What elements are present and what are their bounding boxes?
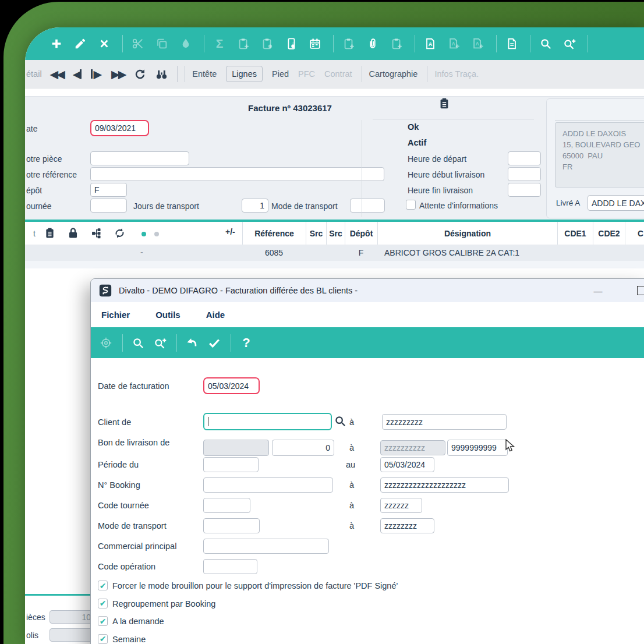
booking-a-field[interactable]: zzzzzzzzzzzzzzzzzzzz bbox=[380, 477, 509, 493]
depot-field[interactable]: F bbox=[90, 183, 127, 197]
edit-icon[interactable] bbox=[73, 37, 87, 51]
paperclip-icon[interactable] bbox=[366, 37, 380, 51]
target-icon[interactable] bbox=[99, 336, 113, 350]
code-operation-field[interactable] bbox=[203, 559, 257, 574]
sync-icon[interactable] bbox=[114, 227, 126, 239]
column-header-cde3[interactable]: C bbox=[625, 222, 644, 245]
reference-field[interactable] bbox=[90, 167, 384, 181]
column-header-cde1[interactable]: CDE1 bbox=[557, 222, 593, 245]
doc-a-add-icon[interactable]: A bbox=[471, 37, 485, 51]
dialog-titlebar[interactable]: Divalto - DEMO DIFAGRO - Facturation dif… bbox=[91, 279, 644, 302]
hierarchy-icon[interactable] bbox=[90, 227, 102, 239]
tab-infos-tra-a-[interactable]: Infos Traça. bbox=[434, 69, 479, 79]
search-icon[interactable] bbox=[539, 37, 553, 51]
mode-transport-from-field[interactable] bbox=[203, 518, 260, 533]
search-plus-icon[interactable] bbox=[562, 37, 576, 51]
tab-pied[interactable]: Pied bbox=[272, 69, 289, 79]
date-facturation-field[interactable]: 05/03/2024 bbox=[203, 377, 260, 394]
checkbox-2[interactable]: ✔ bbox=[98, 616, 108, 626]
column-header-src1[interactable]: Src bbox=[306, 222, 326, 245]
clipboard-add-icon[interactable] bbox=[342, 37, 356, 51]
booking-from-field[interactable] bbox=[203, 477, 333, 493]
refresh-icon[interactable] bbox=[134, 68, 146, 80]
code-operation-label: Code opération bbox=[98, 562, 155, 571]
table-row[interactable] bbox=[25, 261, 644, 268]
clipboard-gear-icon[interactable] bbox=[260, 37, 274, 51]
bl-to-code-field: zzzzzzzzzz bbox=[380, 440, 445, 455]
column-header-src2[interactable]: Src bbox=[326, 222, 345, 245]
periode-du-field[interactable] bbox=[203, 457, 259, 472]
menu-outils[interactable]: Outils bbox=[155, 310, 181, 320]
checkbox-0[interactable]: ✔ bbox=[98, 581, 108, 590]
doc-a-add-icon[interactable]: A bbox=[447, 37, 461, 51]
paint-drop-icon[interactable] bbox=[179, 37, 193, 51]
next-fast-icon[interactable]: ▶▶ bbox=[111, 68, 125, 81]
maximize-button[interactable] bbox=[637, 286, 644, 295]
next-icon[interactable]: ▶ bbox=[91, 68, 102, 81]
column-header-depot[interactable]: Dépôt bbox=[345, 222, 377, 245]
prev-fast-icon[interactable]: ◀◀ bbox=[50, 68, 63, 81]
prev-icon[interactable]: ◀ bbox=[73, 68, 82, 81]
binoculars-icon[interactable] bbox=[155, 68, 168, 80]
checkbox-3[interactable]: ✔ bbox=[98, 634, 108, 644]
search-icon[interactable] bbox=[333, 414, 347, 428]
bl-from-num-field[interactable]: 0 bbox=[272, 440, 334, 456]
jours-transport-field[interactable]: 1 bbox=[242, 199, 268, 213]
code-tournee-from-field[interactable] bbox=[203, 498, 250, 513]
lock-icon[interactable] bbox=[67, 227, 79, 239]
colis-field bbox=[49, 628, 95, 642]
status-row-field[interactable] bbox=[508, 167, 541, 181]
mode-transport-field[interactable] bbox=[350, 199, 385, 213]
commercial-label: Commercial principal bbox=[98, 542, 176, 551]
clipboard-add-icon[interactable] bbox=[236, 37, 250, 51]
piece-field[interactable] bbox=[90, 151, 189, 165]
periode-au-field[interactable]: 05/03/2024 bbox=[380, 457, 434, 472]
check-icon[interactable] bbox=[207, 336, 221, 350]
checkbox-1[interactable]: ✔ bbox=[98, 599, 108, 608]
search-icon[interactable] bbox=[131, 336, 145, 350]
help-icon[interactable]: ? bbox=[239, 336, 253, 350]
mode-transport-a-field[interactable]: zzzzzzzz bbox=[380, 518, 434, 533]
page-dot-active[interactable] bbox=[141, 232, 146, 236]
clipboard-add-icon[interactable] bbox=[390, 37, 404, 51]
copy-icon[interactable] bbox=[155, 37, 169, 51]
livre-field[interactable]: ADDD LE DAX bbox=[588, 195, 644, 211]
undo-icon[interactable] bbox=[185, 336, 199, 350]
doc-a-icon[interactable]: A bbox=[423, 37, 437, 51]
column-header-cde2[interactable]: CDE2 bbox=[593, 222, 625, 245]
code-tournee-a-field[interactable]: zzzzzz bbox=[380, 498, 422, 513]
add-icon[interactable] bbox=[49, 37, 63, 51]
grid-tool-label: t bbox=[33, 229, 36, 238]
cut-icon[interactable] bbox=[131, 37, 145, 51]
delete-icon[interactable] bbox=[97, 37, 111, 51]
device-gear-icon[interactable] bbox=[284, 37, 298, 51]
tab-ent-te[interactable]: Entête bbox=[192, 69, 217, 79]
calendar-icon[interactable] bbox=[308, 37, 322, 51]
commercial-field[interactable] bbox=[203, 539, 329, 554]
clipboard-icon[interactable] bbox=[44, 227, 56, 239]
sigma-icon[interactable]: Σ bbox=[213, 37, 227, 51]
tab-lignes[interactable]: Lignes bbox=[226, 66, 263, 82]
table-row[interactable]: 6085FABRICOT GROS CALIBRE 2A CAT:1- bbox=[25, 245, 644, 261]
menu-aide[interactable]: Aide bbox=[206, 310, 225, 320]
attente-checkbox[interactable] bbox=[406, 200, 416, 210]
page-dot[interactable] bbox=[154, 232, 159, 236]
search-plus-icon[interactable] bbox=[153, 336, 167, 350]
column-header-designation[interactable]: Désignation bbox=[377, 222, 557, 245]
tournee-field[interactable] bbox=[90, 199, 127, 213]
client-a-field[interactable]: zzzzzzzzz bbox=[382, 414, 507, 430]
menu-fichier[interactable]: Fichier bbox=[101, 310, 130, 320]
bl-to-num-field[interactable]: 9999999999 bbox=[447, 440, 508, 456]
client-de-field[interactable] bbox=[203, 413, 332, 430]
status-row-field[interactable] bbox=[508, 183, 541, 197]
tab-cartographie[interactable]: Cartographie bbox=[369, 69, 418, 79]
tab-contrat[interactable]: Contrat bbox=[324, 69, 352, 79]
minimize-button[interactable]: — bbox=[590, 284, 606, 298]
document-icon[interactable] bbox=[505, 37, 519, 51]
tab-pfc[interactable]: PFC bbox=[298, 69, 315, 79]
status-row-field[interactable] bbox=[508, 151, 541, 165]
column-header-reference[interactable]: Référence bbox=[242, 222, 306, 245]
date-field[interactable]: 09/03/2021 bbox=[90, 120, 149, 136]
date-facturation-label: Date de facturation bbox=[98, 381, 169, 391]
pieces-field: 10 bbox=[49, 610, 95, 624]
